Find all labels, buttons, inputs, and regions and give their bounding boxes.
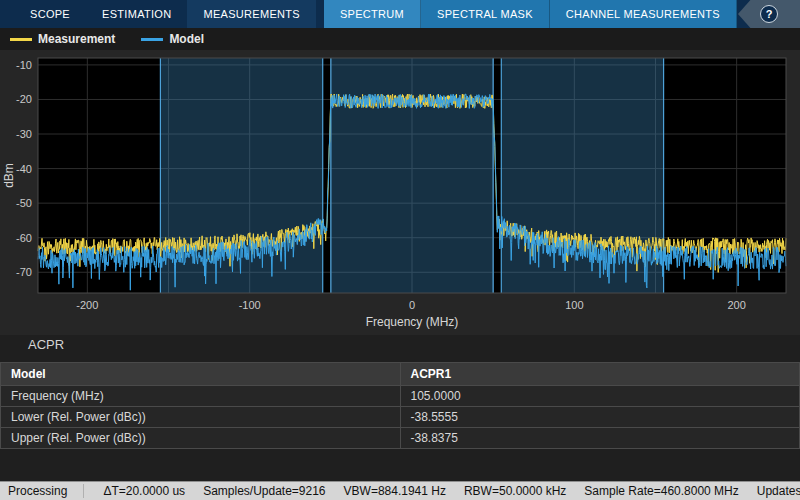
axis-tick-label: -60 (16, 232, 32, 244)
subtab-channel-measurements[interactable]: CHANNEL MEASUREMENTS (550, 0, 737, 28)
axis-tick-label: -30 (16, 128, 32, 140)
axis-tick-label: 0 (409, 299, 415, 311)
acpr-section-title: ACPR (28, 337, 64, 352)
spectrum-plot: -200-1000100200-10-20-30-40-50-60-70Freq… (0, 50, 800, 335)
y-axis-label: dBm (2, 163, 16, 188)
table-header-cell: Model (1, 363, 401, 386)
status-item: ΔT=20.0000 us (94, 484, 194, 498)
help-icon[interactable]: ? (760, 5, 778, 23)
legend-label: Model (169, 32, 204, 46)
x-axis-label: Frequency (MHz) (366, 315, 459, 329)
axis-tick-label: 200 (727, 299, 745, 311)
table-cell: -38.5555 (400, 407, 800, 428)
measurement-subtabs: SPECTRUMSPECTRAL MASKCHANNEL MEASUREMENT… (324, 0, 737, 28)
legend-item-model[interactable]: Model (141, 32, 204, 46)
main-tabs: SCOPEESTIMATIONMEASUREMENTS (14, 0, 316, 28)
axis-tick-label: -40 (16, 163, 32, 175)
status-item: Samples/Update=9216 (194, 484, 334, 498)
status-item: RBW=50.0000 kHz (455, 484, 575, 498)
status-state: Processing (0, 484, 84, 498)
band-main-channel (331, 58, 493, 293)
toolbar: SCOPEESTIMATIONMEASUREMENTS SPECTRUMSPEC… (0, 0, 800, 28)
status-items: ΔT=20.0000 usSamples/Update=9216VBW=884.… (94, 484, 800, 498)
plot-section: -200-1000100200-10-20-30-40-50-60-70Freq… (0, 50, 800, 335)
axis-tick-label: -200 (76, 299, 98, 311)
table-header-row: ModelACPR1 (1, 363, 800, 386)
legend-line-icon (10, 38, 32, 41)
legend: MeasurementModel (0, 28, 800, 50)
axis-tick-label: -70 (16, 266, 32, 278)
subtab-spectral-mask[interactable]: SPECTRAL MASK (421, 0, 550, 28)
table-cell: 105.0000 (400, 386, 800, 407)
legend-line-icon (141, 38, 163, 41)
status-item: Updates=7 (748, 484, 800, 498)
tab-estimation[interactable]: ESTIMATION (86, 0, 187, 28)
status-bar: Processing ΔT=20.0000 usSamples/Update=9… (0, 481, 800, 500)
tab-measurements[interactable]: MEASUREMENTS (187, 0, 316, 28)
legend-item-measurement[interactable]: Measurement (10, 32, 115, 46)
toolbar-spacer: ? (737, 0, 800, 28)
spectrum-analyzer-window: SCOPEESTIMATIONMEASUREMENTS SPECTRUMSPEC… (0, 0, 800, 500)
subtab-spectrum[interactable]: SPECTRUM (324, 0, 421, 28)
legend-label: Measurement (38, 32, 115, 46)
acpr-table: ModelACPR1 Frequency (MHz)105.0000Lower … (0, 362, 800, 449)
axis-tick-label: 100 (565, 299, 583, 311)
axis-tick-label: -10 (16, 59, 32, 71)
status-item: Sample Rate=460.8000 MHz (575, 484, 747, 498)
status-item: VBW=884.1941 Hz (335, 484, 455, 498)
axis-tick-label: -100 (239, 299, 261, 311)
table-row: Frequency (MHz)105.0000 (1, 386, 800, 407)
axis-tick-label: -20 (16, 93, 32, 105)
table-row: Upper (Rel. Power (dBc))-38.8375 (1, 428, 800, 449)
table-cell: Lower (Rel. Power (dBc)) (1, 407, 401, 428)
table-cell: Upper (Rel. Power (dBc)) (1, 428, 401, 449)
axis-tick-label: -50 (16, 197, 32, 209)
table-row: Lower (Rel. Power (dBc))-38.5555 (1, 407, 800, 428)
acpr-table-head: ModelACPR1 (1, 363, 800, 386)
table-cell: -38.8375 (400, 428, 800, 449)
table-header-cell: ACPR1 (400, 363, 800, 386)
tab-scope[interactable]: SCOPE (14, 0, 86, 28)
help-tab[interactable]: ? (738, 0, 800, 28)
acpr-table-body: Frequency (MHz)105.0000Lower (Rel. Power… (1, 386, 800, 449)
table-cell: Frequency (MHz) (1, 386, 401, 407)
